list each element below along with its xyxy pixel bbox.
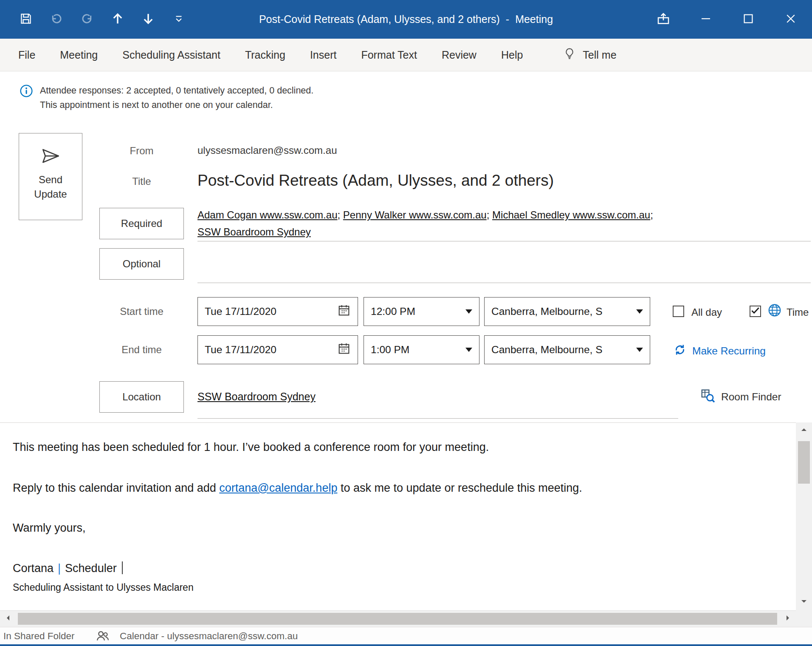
popout-icon bbox=[656, 11, 671, 28]
minimize-button[interactable] bbox=[685, 0, 727, 39]
undo-icon bbox=[50, 12, 63, 27]
scroll-left-icon bbox=[4, 614, 12, 623]
horizontal-scrollbar[interactable] bbox=[0, 610, 796, 627]
start-time-input[interactable]: 12:00 PM bbox=[364, 297, 479, 326]
move-up-button[interactable] bbox=[109, 10, 127, 29]
down-arrow-icon bbox=[141, 11, 155, 28]
dropdown-arrow-icon[interactable] bbox=[465, 309, 472, 314]
dropdown-arrow-icon[interactable] bbox=[636, 309, 643, 314]
scroll-down-icon bbox=[800, 598, 808, 607]
scroll-right-icon bbox=[784, 614, 792, 623]
checkmark-icon bbox=[750, 306, 760, 317]
field-divider bbox=[197, 283, 811, 283]
start-time-value: 12:00 PM bbox=[371, 306, 461, 317]
tab-tracking[interactable]: Tracking bbox=[233, 39, 298, 71]
room-finder-button[interactable]: Room Finder bbox=[700, 388, 781, 406]
tab-file[interactable]: File bbox=[6, 39, 48, 71]
undo-button[interactable] bbox=[48, 10, 65, 29]
calendar-icon[interactable] bbox=[337, 342, 351, 358]
start-date-value: Tue 17/11/2020 bbox=[205, 306, 337, 317]
tab-help-label: Help bbox=[501, 49, 523, 61]
make-recurring-button[interactable]: Make Recurring bbox=[673, 343, 766, 360]
end-date-input[interactable]: Tue 17/11/2020 bbox=[197, 335, 358, 364]
scroll-right-button[interactable] bbox=[780, 611, 796, 627]
time-zones-label: Time bbox=[787, 306, 809, 318]
location-link[interactable]: SSW Boardroom Sydney bbox=[197, 391, 316, 403]
customize-toolbar-button[interactable] bbox=[170, 10, 188, 29]
close-button[interactable] bbox=[770, 0, 812, 39]
tab-meeting[interactable]: Meeting bbox=[48, 39, 110, 71]
save-button[interactable] bbox=[17, 10, 35, 29]
location-button[interactable]: Location bbox=[99, 381, 184, 413]
popout-button[interactable] bbox=[642, 0, 685, 39]
attendee-link[interactable]: Michael Smedley www.ssw.com.au bbox=[492, 209, 650, 221]
send-update-button[interactable]: Send Update bbox=[19, 133, 82, 220]
dropdown-arrow-icon[interactable] bbox=[465, 348, 472, 352]
scroll-up-button[interactable] bbox=[796, 422, 812, 439]
tab-help[interactable]: Help bbox=[489, 39, 535, 71]
move-down-button[interactable] bbox=[139, 10, 157, 29]
required-attendees-field[interactable]: Adam Cogan www.ssw.com.au; Penny Walker … bbox=[197, 207, 792, 241]
from-value[interactable]: ulyssesmaclaren@ssw.com.au bbox=[197, 144, 337, 156]
info-line-responses: Attendee responses: 2 accepted, 0 tentat… bbox=[40, 83, 313, 98]
maximize-button[interactable] bbox=[727, 0, 770, 39]
tell-me-button[interactable]: Tell me bbox=[563, 39, 616, 71]
maximize-icon bbox=[742, 12, 755, 27]
attendee-link[interactable]: SSW Boardroom Sydney bbox=[197, 224, 311, 241]
start-date-input[interactable]: Tue 17/11/2020 bbox=[197, 297, 358, 326]
make-recurring-label: Make Recurring bbox=[692, 345, 766, 357]
scroll-up-icon bbox=[800, 426, 808, 435]
tab-insert-label: Insert bbox=[310, 49, 337, 61]
body-closing: Warmly yours, bbox=[13, 521, 86, 535]
field-divider bbox=[197, 241, 811, 241]
redo-button[interactable] bbox=[78, 10, 96, 29]
end-timezone-select[interactable]: Canberra, Melbourne, S bbox=[484, 335, 650, 364]
scroll-left-button[interactable] bbox=[0, 611, 16, 627]
horizontal-scrollbar-thumb[interactable] bbox=[18, 613, 777, 625]
info-line-adjacent: This appointment is next to another one … bbox=[40, 98, 313, 112]
tab-tracking-label: Tracking bbox=[245, 49, 285, 61]
time-zones-checkbox[interactable] bbox=[750, 306, 761, 317]
required-button[interactable]: Required bbox=[99, 208, 184, 239]
start-timezone-select[interactable]: Canberra, Melbourne, S bbox=[484, 297, 650, 326]
signature-role: Scheduler bbox=[65, 562, 117, 575]
meeting-title-field[interactable]: Post-Covid Retreats (Adam, Ulysses, and … bbox=[197, 172, 554, 190]
tab-insert[interactable]: Insert bbox=[298, 39, 349, 71]
location-button-label: Location bbox=[122, 391, 161, 403]
attendee-separator: ; bbox=[650, 209, 653, 221]
body-paragraph: This meeting has been scheduled for 1 ho… bbox=[13, 441, 489, 454]
tab-format-text[interactable]: Format Text bbox=[349, 39, 429, 71]
redo-icon bbox=[80, 12, 94, 27]
cortana-email-link[interactable]: cortana@calendar.help bbox=[219, 482, 337, 494]
attendee-link[interactable]: Adam Cogan www.ssw.com.au bbox=[197, 209, 337, 221]
attendee-separator: ; bbox=[337, 209, 343, 221]
meeting-window: Post-Covid Retreats (Adam, Ulysses, and … bbox=[0, 0, 812, 646]
window-title: Post-Covid Retreats (Adam, Ulysses, and … bbox=[259, 0, 553, 39]
end-timezone-value: Canberra, Melbourne, S bbox=[491, 344, 632, 356]
all-day-checkbox[interactable] bbox=[673, 306, 684, 317]
tab-review[interactable]: Review bbox=[429, 39, 489, 71]
optional-button[interactable]: Optional bbox=[99, 248, 184, 280]
shared-people-icon bbox=[95, 629, 110, 646]
vertical-scrollbar[interactable] bbox=[796, 422, 812, 610]
window-controls bbox=[642, 0, 812, 39]
tab-format-text-label: Format Text bbox=[361, 49, 417, 61]
start-time-label: Start time bbox=[99, 306, 184, 317]
info-bar-text: Attendee responses: 2 accepted, 0 tentat… bbox=[40, 83, 313, 112]
title-bar: Post-Covid Retreats (Adam, Ulysses, and … bbox=[0, 0, 812, 39]
attendee-link[interactable]: Penny Walker www.ssw.com.au bbox=[343, 209, 487, 221]
tab-scheduling-assistant[interactable]: Scheduling Assistant bbox=[110, 39, 233, 71]
signature-line: Cortana|Scheduler bbox=[13, 561, 123, 575]
scroll-down-button[interactable] bbox=[796, 594, 812, 610]
lightbulb-icon bbox=[563, 47, 576, 62]
info-icon bbox=[20, 84, 33, 112]
dropdown-arrow-icon[interactable] bbox=[636, 348, 643, 352]
text-cursor bbox=[122, 561, 123, 574]
calendar-icon[interactable] bbox=[337, 303, 351, 320]
message-body[interactable]: This meeting has been scheduled for 1 ho… bbox=[0, 422, 796, 610]
end-time-value: 1:00 PM bbox=[371, 344, 461, 356]
start-timezone-value: Canberra, Melbourne, S bbox=[491, 306, 632, 317]
end-time-input[interactable]: 1:00 PM bbox=[364, 335, 479, 364]
vertical-scrollbar-thumb[interactable] bbox=[798, 441, 810, 484]
field-divider bbox=[197, 418, 678, 419]
